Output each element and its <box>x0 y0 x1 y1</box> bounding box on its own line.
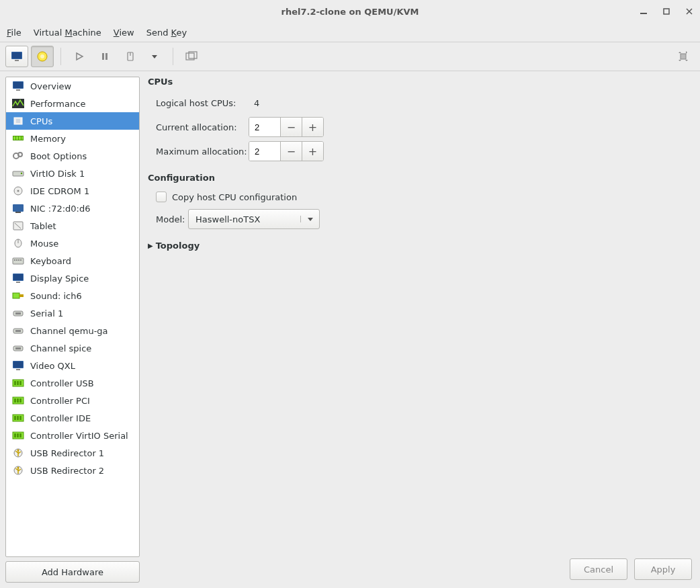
shutdown-menu-button[interactable] <box>143 46 166 67</box>
svg-rect-32 <box>21 136 23 140</box>
sidebar-item-ide-cdrom-1[interactable]: IDE CDROM 1 <box>6 182 139 200</box>
sidebar-item-controller-pci[interactable]: Controller PCI <box>6 392 139 409</box>
sidebar-item-tablet[interactable]: Tablet <box>6 217 139 235</box>
maximum-allocation-label: Maximum allocation: <box>148 146 249 157</box>
sidebar-item-boot-options[interactable]: Boot Options <box>6 147 139 165</box>
add-hardware-label: Add Hardware <box>42 567 103 577</box>
svg-rect-30 <box>16 136 18 140</box>
svg-rect-6 <box>15 60 19 61</box>
add-hardware-button[interactable]: Add Hardware <box>5 561 140 583</box>
sidebar-item-sound-ich6[interactable]: Sound: ich6 <box>6 287 139 304</box>
sidebar-item-channel-qemu-ga[interactable]: Channel qemu-ga <box>6 322 139 339</box>
menu-virtual-machine[interactable]: Virtual Machine <box>34 28 101 38</box>
sidebar-item-virtio-disk-1[interactable]: VirtIO Disk 1 <box>6 165 139 182</box>
minimize-button[interactable] <box>638 6 649 17</box>
pause-button[interactable] <box>93 46 116 67</box>
current-allocation-decrement[interactable]: − <box>280 118 302 136</box>
svg-marker-19 <box>686 51 687 54</box>
svg-marker-18 <box>679 52 681 53</box>
apply-button[interactable]: Apply <box>634 558 692 580</box>
configuration-heading: Configuration <box>148 173 695 183</box>
sidebar-item-cpus[interactable]: CPUs <box>6 112 139 130</box>
sidebar-item-usb-redirector-2[interactable]: USB Redirector 2 <box>6 462 139 479</box>
maximize-button[interactable] <box>661 6 672 17</box>
usb-icon <box>11 464 25 476</box>
cpu-model-combobox[interactable]: Haswell-noTSX <box>188 209 320 229</box>
details-button[interactable] <box>31 46 54 67</box>
sidebar-item-mouse[interactable]: Mouse <box>6 235 139 252</box>
menu-file[interactable]: File <box>7 28 21 38</box>
cancel-button[interactable]: Cancel <box>570 558 627 580</box>
svg-rect-71 <box>19 398 21 403</box>
close-button[interactable] <box>684 6 695 17</box>
sidebar-item-nic-72-d0-d6[interactable]: NIC :72:d0:d6 <box>6 200 139 217</box>
copy-host-cpu-checkbox[interactable] <box>156 192 167 202</box>
monitor-icon <box>11 360 25 372</box>
snapshots-icon <box>185 51 198 62</box>
fullscreen-icon <box>677 50 689 62</box>
run-button[interactable] <box>68 46 91 67</box>
maximum-allocation-increment[interactable]: + <box>302 142 323 161</box>
svg-rect-48 <box>18 259 19 261</box>
minus-icon: − <box>287 145 296 158</box>
window-title: rhel7.2-clone on QEMU/KVM <box>281 7 419 17</box>
cancel-label: Cancel <box>584 564 613 575</box>
sidebar-item-label: USB Redirector 2 <box>30 466 104 476</box>
sidebar-item-serial-1[interactable]: Serial 1 <box>6 304 139 322</box>
sidebar-item-video-qxl[interactable]: Video QXL <box>6 357 139 374</box>
sidebar-item-label: Controller USB <box>30 378 94 388</box>
sidebar-item-channel-spice[interactable]: Channel spice <box>6 339 139 357</box>
svg-rect-67 <box>19 381 21 385</box>
sidebar-item-label: Mouse <box>30 239 58 249</box>
sidebar-item-performance[interactable]: Performance <box>6 95 139 112</box>
sidebar-item-label: Controller VirtIO Serial <box>30 431 128 441</box>
svg-rect-74 <box>17 416 19 420</box>
svg-point-87 <box>17 467 19 469</box>
current-allocation-label: Current allocation: <box>148 122 249 132</box>
sidebar-item-display-spice[interactable]: Display Spice <box>6 269 139 287</box>
sidebar-item-memory[interactable]: Memory <box>6 130 139 147</box>
menu-view[interactable]: View <box>114 28 134 38</box>
svg-marker-20 <box>679 60 681 61</box>
svg-point-36 <box>21 173 22 174</box>
maximum-allocation-spinbox[interactable]: − + <box>249 141 324 161</box>
svg-rect-52 <box>16 282 20 283</box>
svg-rect-24 <box>16 89 20 91</box>
sidebar-item-controller-virtio-serial[interactable]: Controller VirtIO Serial <box>6 427 139 444</box>
cpu-model-value: Haswell-noTSX <box>189 214 300 224</box>
maximum-allocation-decrement[interactable]: − <box>280 142 302 161</box>
menu-send-key[interactable]: Send Key <box>146 28 187 38</box>
cpus-heading: CPUs <box>148 77 695 87</box>
titlebar: rhel7.2-clone on QEMU/KVM <box>0 0 700 23</box>
svg-rect-45 <box>13 258 24 264</box>
shutdown-button[interactable] <box>119 46 142 67</box>
svg-rect-69 <box>14 398 16 403</box>
current-allocation-input[interactable] <box>249 118 280 136</box>
current-allocation-spinbox[interactable]: − + <box>249 117 324 137</box>
topology-expander[interactable]: ▶ Topology <box>148 241 695 251</box>
sidebar-item-usb-redirector-1[interactable]: USB Redirector 1 <box>6 444 139 462</box>
sidebar-item-label: Channel spice <box>30 343 91 353</box>
sidebar-item-label: Video QXL <box>30 361 75 371</box>
sidebar-item-controller-usb[interactable]: Controller USB <box>6 374 139 392</box>
sidebar-item-controller-ide[interactable]: Controller IDE <box>6 409 139 427</box>
controller-icon <box>11 429 25 442</box>
svg-rect-10 <box>102 53 104 60</box>
sidebar-item-keyboard[interactable]: Keyboard <box>6 252 139 269</box>
console-button[interactable] <box>5 46 28 67</box>
sidebar-item-label: NIC :72:d0:d6 <box>30 204 91 214</box>
svg-point-82 <box>17 450 19 452</box>
current-allocation-increment[interactable]: + <box>302 118 323 136</box>
ram-icon <box>11 132 25 144</box>
hardware-sidebar: OverviewPerformanceCPUsMemoryBoot Option… <box>5 77 140 557</box>
port-icon <box>11 325 25 337</box>
sidebar-item-overview[interactable]: Overview <box>6 77 139 95</box>
maximum-allocation-input[interactable] <box>249 142 280 161</box>
fullscreen-button[interactable] <box>672 46 695 67</box>
svg-rect-62 <box>13 362 23 368</box>
snapshots-button[interactable] <box>180 46 203 67</box>
play-icon <box>75 52 84 61</box>
sidebar-item-label: Serial 1 <box>30 308 63 319</box>
controller-icon <box>11 412 25 424</box>
cpu-model-dropdown-button[interactable] <box>300 216 319 222</box>
